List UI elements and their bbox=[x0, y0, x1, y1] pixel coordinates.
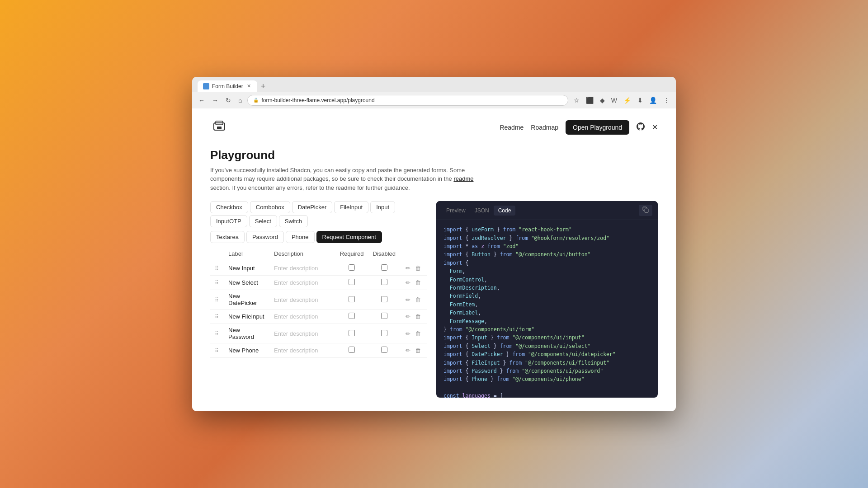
tab-fileinput[interactable]: FileInput bbox=[334, 201, 368, 213]
new-tab-button[interactable]: + bbox=[259, 82, 268, 90]
tab-bar: Form Builder ✕ + bbox=[198, 80, 670, 92]
ext3-button[interactable]: W bbox=[609, 96, 619, 105]
browser-window: Form Builder ✕ + ← → ↻ ⌂ 🔒 form-builder-… bbox=[192, 77, 676, 412]
tab-datepicker[interactable]: DatePicker bbox=[292, 201, 333, 213]
open-playground-button[interactable]: Open Playground bbox=[566, 120, 629, 135]
delete-button[interactable]: 🗑 bbox=[414, 312, 422, 321]
top-nav: Readme Roadmap Open Playground ✕ bbox=[210, 117, 658, 137]
svg-rect-2 bbox=[217, 127, 222, 129]
disabled-checkbox[interactable] bbox=[381, 313, 387, 319]
desc-input[interactable] bbox=[274, 313, 331, 320]
component-tabs: Checkbox Combobox DatePicker FileInput I… bbox=[210, 201, 427, 227]
star-button[interactable]: ☆ bbox=[572, 96, 581, 105]
col-disabled: Disabled bbox=[368, 247, 400, 261]
page-title: Playground bbox=[210, 148, 658, 162]
tab-textarea[interactable]: Textarea bbox=[210, 231, 245, 243]
required-checkbox[interactable] bbox=[349, 313, 355, 319]
drag-handle[interactable]: ⠿ bbox=[215, 297, 219, 303]
col-actions bbox=[400, 247, 427, 261]
delete-button[interactable]: 🗑 bbox=[414, 329, 422, 338]
row-actions: ✏ 🗑 bbox=[405, 312, 423, 321]
required-checkbox[interactable] bbox=[349, 264, 355, 271]
readme-link-inline[interactable]: readme bbox=[453, 175, 473, 182]
active-tab[interactable]: Form Builder ✕ bbox=[198, 80, 257, 92]
tab-inputotp[interactable]: InputOTP bbox=[210, 215, 247, 227]
home-button[interactable]: ⌂ bbox=[236, 96, 244, 105]
delete-button[interactable]: 🗑 bbox=[414, 346, 422, 355]
delete-button[interactable]: 🗑 bbox=[414, 296, 422, 304]
drag-handle[interactable]: ⠿ bbox=[215, 331, 219, 337]
ext1-button[interactable]: ⬛ bbox=[584, 96, 595, 105]
tab-select[interactable]: Select bbox=[249, 215, 277, 227]
delete-button[interactable]: 🗑 bbox=[414, 264, 422, 272]
profile-button[interactable]: 👤 bbox=[647, 96, 659, 105]
tab-switch[interactable]: Switch bbox=[279, 215, 308, 227]
copy-button[interactable] bbox=[639, 205, 652, 216]
disabled-checkbox[interactable] bbox=[381, 330, 387, 336]
table-row: ⠿ New FileInput ✏ 🗑 bbox=[210, 310, 427, 324]
desc-input[interactable] bbox=[274, 279, 331, 286]
desc-input[interactable] bbox=[274, 330, 331, 337]
col-drag bbox=[210, 247, 224, 261]
code-content[interactable]: import { useForm } from "react-hook-form… bbox=[436, 220, 658, 398]
browser-toolbar: ← → ↻ ⌂ 🔒 form-builder-three-flame.verce… bbox=[192, 92, 676, 108]
disabled-checkbox[interactable] bbox=[381, 296, 387, 302]
tab-password[interactable]: Password bbox=[246, 231, 284, 243]
row-label: New Password bbox=[228, 327, 254, 340]
json-tab-button[interactable]: JSON bbox=[470, 206, 494, 216]
reload-button[interactable]: ↻ bbox=[224, 96, 233, 105]
download-button[interactable]: ⬇ bbox=[636, 96, 645, 105]
forward-button[interactable]: → bbox=[210, 96, 220, 105]
table-row: ⠿ New Phone ✏ 🗑 bbox=[210, 343, 427, 358]
table-row: ⠿ New Select ✏ 🗑 bbox=[210, 276, 427, 290]
row-actions: ✏ 🗑 bbox=[405, 346, 423, 355]
disabled-checkbox[interactable] bbox=[381, 264, 387, 271]
readme-link[interactable]: Readme bbox=[500, 124, 524, 131]
delete-button[interactable]: 🗑 bbox=[414, 278, 422, 287]
tab-combobox[interactable]: Combobox bbox=[250, 201, 290, 213]
menu-button[interactable]: ⋮ bbox=[661, 96, 671, 105]
desc-input[interactable] bbox=[274, 296, 331, 303]
code-tab-button[interactable]: Code bbox=[494, 206, 516, 216]
col-label: Label bbox=[224, 247, 269, 261]
tab-phone[interactable]: Phone bbox=[286, 231, 315, 243]
tab-request-component[interactable]: Request Component bbox=[316, 231, 382, 243]
edit-button[interactable]: ✏ bbox=[405, 346, 411, 355]
tab-close-button[interactable]: ✕ bbox=[246, 83, 252, 89]
tab-input[interactable]: Input bbox=[370, 201, 395, 213]
required-checkbox[interactable] bbox=[349, 296, 355, 302]
drag-handle[interactable]: ⠿ bbox=[215, 314, 219, 320]
ext2-button[interactable]: ◆ bbox=[598, 96, 607, 105]
edit-button[interactable]: ✏ bbox=[405, 329, 411, 338]
page-content: Readme Roadmap Open Playground ✕ Playgro… bbox=[192, 108, 676, 412]
nav-links: Readme Roadmap Open Playground ✕ bbox=[500, 120, 658, 135]
edit-button[interactable]: ✏ bbox=[405, 264, 411, 272]
required-checkbox[interactable] bbox=[349, 347, 355, 353]
ext4-button[interactable]: ⚡ bbox=[622, 96, 633, 105]
preview-tab-button[interactable]: Preview bbox=[442, 206, 470, 216]
edit-button[interactable]: ✏ bbox=[405, 278, 411, 287]
roadmap-link[interactable]: Roadmap bbox=[531, 124, 558, 131]
desc-input[interactable] bbox=[274, 265, 331, 272]
row-actions: ✏ 🗑 bbox=[405, 278, 423, 287]
code-panel: Preview JSON Code import { useForm } fro… bbox=[436, 201, 658, 398]
disabled-checkbox[interactable] bbox=[381, 347, 387, 353]
row-label: New Select bbox=[228, 279, 258, 286]
url-bar[interactable]: 🔒 form-builder-three-flame.vercel.app/pl… bbox=[247, 95, 568, 106]
close-icon-button[interactable]: ✕ bbox=[652, 123, 658, 131]
github-icon-button[interactable] bbox=[637, 122, 645, 132]
required-checkbox[interactable] bbox=[349, 279, 355, 285]
disabled-checkbox[interactable] bbox=[381, 279, 387, 285]
row-actions: ✏ 🗑 bbox=[405, 264, 423, 272]
drag-handle[interactable]: ⠿ bbox=[215, 265, 219, 272]
edit-button[interactable]: ✏ bbox=[405, 312, 411, 321]
required-checkbox[interactable] bbox=[349, 330, 355, 336]
back-button[interactable]: ← bbox=[197, 96, 207, 105]
row-label: New FileInput bbox=[228, 313, 264, 320]
drag-handle[interactable]: ⠿ bbox=[215, 280, 219, 286]
tab-checkbox[interactable]: Checkbox bbox=[210, 201, 248, 213]
desc-input[interactable] bbox=[274, 347, 331, 354]
desc-end: section. If you encounter any errors, re… bbox=[210, 184, 410, 191]
drag-handle[interactable]: ⠿ bbox=[215, 347, 219, 354]
edit-button[interactable]: ✏ bbox=[405, 296, 411, 304]
